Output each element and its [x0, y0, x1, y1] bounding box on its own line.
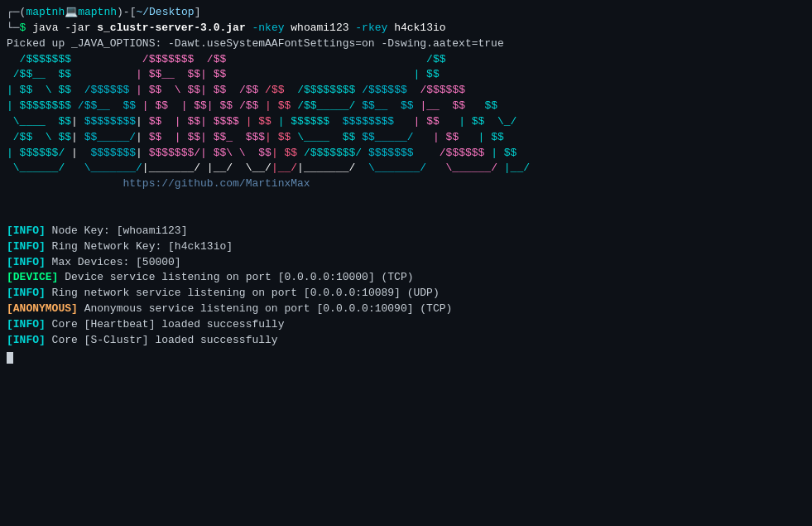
ascii-art-1: /$$$$$$$ /$$$$$$$ /$$ /$$: [7, 52, 805, 68]
ascii-art-6: /$$ \ $$| $$_____/| $$ | $$| $$_ $$$| $$…: [7, 130, 805, 146]
github-url-line: https://github.com/MartinxMax: [7, 176, 805, 192]
ascii-art-5: \____ $$| $$$$$$$$| $$ | $$| $$$$ | $$ |…: [7, 114, 805, 130]
ascii-art-4: | $$$$$$$$ /$$__ $$ | $$ | $$| $$ /$$ | …: [7, 99, 805, 114]
info-line-4: [INFO] Ring network service listening on…: [7, 286, 805, 302]
info-line-1: [INFO] Ring Network Key: [h4ck13io]: [7, 239, 805, 255]
info-line-0: [INFO] Node Key: [whoami123]: [7, 224, 805, 239]
java-options-line: Picked up _JAVA_OPTIONS: -Dawt.useSystem…: [7, 36, 805, 52]
info-line-6: [INFO] Core [Heartbeat] loaded successfu…: [7, 317, 805, 333]
ascii-art-2: /$$__ $$ | $$__ $$| $$ | $$: [7, 67, 805, 83]
cursor-line[interactable]: [7, 349, 805, 364]
empty-2: [7, 208, 805, 224]
info-line-7: [INFO] Core [S-Clustr] loaded successful…: [7, 333, 805, 349]
title-bar-line: ┌─(maptnh💻maptnh)-[~/Desktop]: [7, 5, 805, 21]
info-line-5: [ANONYMOUS] Anonymous service listening …: [7, 302, 805, 317]
empty-1: [7, 192, 805, 208]
info-line-3: [DEVICE] Device service listening on por…: [7, 270, 805, 286]
info-line-2: [INFO] Max Devices: [50000]: [7, 255, 805, 271]
terminal-window: ┌─(maptnh💻maptnh)-[~/Desktop] └─$ java -…: [0, 0, 812, 526]
ascii-art-8: \______/ \_______/|_______/ |__/ \__/|__…: [7, 161, 805, 176]
ascii-art-3: | $$ \ $$ /$$$$$$ | $$ \ $$| $$ /$$ /$$ …: [7, 83, 805, 99]
terminal-cursor: [7, 352, 13, 364]
ascii-art-7: | $$$$$$/ | $$$$$$$| $$$$$$$/| $$\ \ $$|…: [7, 146, 805, 162]
command-line: └─$ java -jar s_clustr-server-3.0.jar -n…: [7, 21, 805, 36]
